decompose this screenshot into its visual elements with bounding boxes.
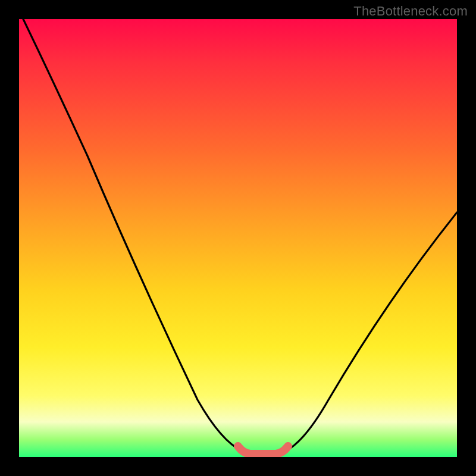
flat-minimum-highlight (238, 446, 288, 454)
plot-area (19, 19, 457, 457)
watermark-text: TheBottleneck.com (353, 4, 468, 19)
curve-layer (19, 19, 457, 457)
bottleneck-curve (23, 19, 457, 454)
chart-frame: TheBottleneck.com (0, 0, 476, 476)
